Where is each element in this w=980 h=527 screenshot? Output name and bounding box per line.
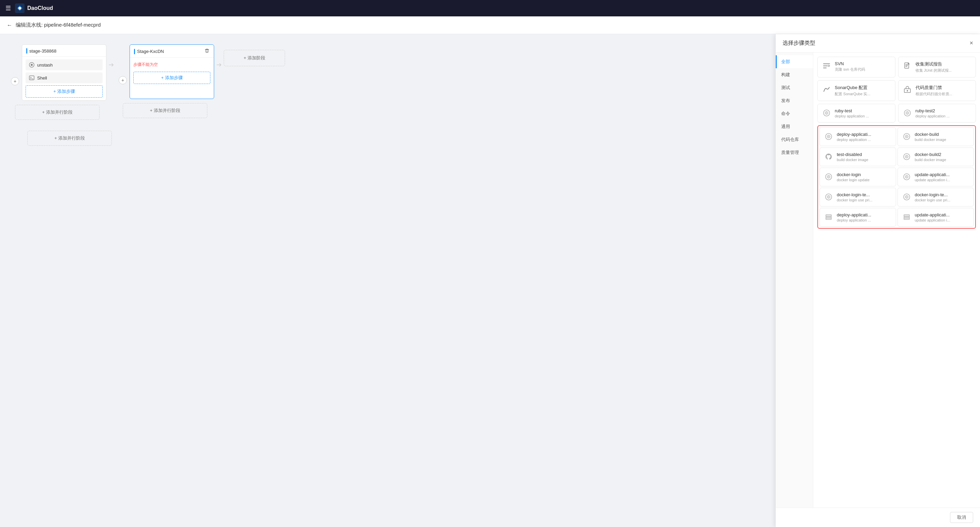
app-name: DaoCloud	[27, 5, 53, 11]
step-type-docker-login-te2[interactable]: docker-login-te... docker login use pri.…	[897, 188, 974, 206]
step-type-docker-login-te1-info: docker-login-te... docker login use pri.…	[837, 192, 892, 202]
step-type-update-app-stack-info: update-applicati... update application i…	[915, 212, 970, 222]
step-type-quality-gate-info: 代码质量门禁 根据代码扫描分析质...	[916, 85, 972, 97]
svg-rect-37	[826, 215, 831, 216]
step-type-docker-build2-info: docker-build2 build docker image	[915, 152, 970, 162]
nav-item-test[interactable]: 测试	[776, 81, 813, 94]
nav-item-quality[interactable]: 质量管理	[776, 146, 813, 159]
step-types-top-grid: SVN 克隆 svn 仓库代码 收集测试报告 收集 JUnit 的测试报...	[817, 57, 976, 123]
right-panel: 选择步骤类型 × 全部 构建 测试 发布 命令 通用 代码仓库 质量管理	[775, 34, 980, 527]
step-type-update-app-name: update-applicati...	[915, 172, 970, 177]
add-parallel-stage2-button[interactable]: + 添加并行阶段	[123, 103, 207, 118]
step-type-docker-login-name: docker-login	[837, 172, 892, 177]
nav-item-general[interactable]: 通用	[776, 120, 813, 133]
add-step-button-stage1[interactable]: + 添加步骤	[25, 85, 103, 97]
step-type-collect-report-desc: 收集 JUnit 的测试报...	[916, 68, 972, 73]
step-type-ruby-test-info: ruby-test deploy application ...	[835, 108, 891, 118]
stage-card-1: stage-358868 unstash	[22, 45, 107, 101]
add-parallel-stage1-button[interactable]: + 添加并行阶段	[15, 105, 100, 120]
stage-header-1: stage-358868	[22, 45, 106, 57]
step-type-docker-build-desc: build docker image	[915, 137, 970, 142]
cancel-button[interactable]: 取消	[950, 512, 973, 523]
step-type-ruby-test2[interactable]: ruby-test2 deploy application ...	[898, 104, 976, 123]
stage-body-1: unstash Shell + 添加步骤	[22, 57, 106, 101]
step-type-docker-login-desc: docker login update	[837, 178, 892, 182]
docker-login-te1-icon	[824, 192, 834, 202]
back-button[interactable]: ←	[7, 22, 12, 28]
step-type-docker-build2[interactable]: docker-build2 build docker image	[897, 147, 974, 166]
step-type-ruby-test2-desc: deploy application ...	[916, 114, 972, 118]
svn-icon	[822, 61, 831, 71]
nav-item-command[interactable]: 命令	[776, 107, 813, 120]
docker-build2-icon	[902, 152, 912, 161]
step-type-deploy-app-stack[interactable]: deploy-applicati... deploy application .…	[819, 208, 896, 227]
svg-point-7	[907, 90, 908, 91]
step-item-unstash[interactable]: unstash	[25, 59, 103, 70]
step-type-collect-report[interactable]: 收集测试报告 收集 JUnit 的测试报...	[898, 57, 976, 77]
add-stage-button[interactable]: + 添加阶段	[224, 50, 285, 66]
svg-point-1	[18, 7, 21, 10]
step-type-docker-login-te1-desc: docker login use pri...	[837, 198, 892, 202]
svg-rect-38	[904, 218, 909, 219]
step-type-sonarqube-info: SonarQube 配置 配置 SonarQube 实...	[835, 85, 891, 97]
step-type-test-disabled-info: test-disabled build docker image	[837, 152, 892, 162]
svg-point-3	[31, 64, 33, 66]
step-type-update-app-stack-name: update-applicati...	[915, 212, 970, 217]
stage-title-2: Stage-KxcDN	[137, 49, 164, 54]
step-type-docker-login-te2-desc: docker login use pri...	[915, 198, 970, 202]
step-type-update-app-info: update-applicati... update application i…	[915, 172, 970, 182]
page-title: 编辑流水线: pipeline-6f48efef-mecprd	[16, 22, 100, 28]
step-type-ruby-test[interactable]: ruby-test deploy application ...	[817, 104, 896, 123]
logo-icon	[15, 3, 25, 13]
svg-rect-39	[904, 216, 909, 218]
add-parallel-row-button[interactable]: + 添加并行阶段	[27, 131, 112, 146]
step-type-sonarqube-name: SonarQube 配置	[835, 85, 891, 91]
github-icon	[824, 152, 834, 161]
step-type-deploy-app-desc: deploy application ...	[837, 137, 892, 142]
panel-close-button[interactable]: ×	[969, 40, 973, 47]
step-type-test-disabled[interactable]: test-disabled build docker image	[819, 147, 896, 166]
sonar-icon	[822, 85, 831, 94]
nav-item-deploy[interactable]: 发布	[776, 94, 813, 107]
step-type-docker-login[interactable]: docker-login docker login update	[819, 168, 896, 186]
step-type-docker-login-te1[interactable]: docker-login-te... docker login use pri.…	[819, 188, 896, 206]
step-type-update-app-stack-desc: update application i...	[915, 218, 970, 222]
step-type-docker-build[interactable]: docker-build build docker image	[897, 127, 974, 146]
step-type-svn-info: SVN 克隆 svn 仓库代码	[835, 61, 891, 72]
step-type-svn-name: SVN	[835, 61, 891, 66]
step-item-shell[interactable]: Shell	[25, 72, 103, 83]
logo: DaoCloud	[15, 3, 53, 13]
step-type-docker-build2-name: docker-build2	[915, 152, 970, 157]
step-type-ruby-test2-info: ruby-test2 deploy application ...	[916, 108, 972, 118]
menu-icon[interactable]: ☰	[5, 5, 11, 12]
step-type-deploy-app[interactable]: deploy-applicati... deploy application .…	[819, 127, 896, 146]
step-type-sonarqube[interactable]: SonarQube 配置 配置 SonarQube 实...	[817, 80, 896, 101]
step-type-docker-build-name: docker-build	[915, 132, 970, 137]
add-before-stage2-button[interactable]: +	[119, 76, 127, 84]
delete-stage2-button[interactable]	[204, 48, 210, 54]
add-before-stage1-button[interactable]: +	[11, 77, 19, 85]
docker-login-te2-icon	[902, 192, 912, 202]
stage-card-2: Stage-KxcDN 步骤不能为空 + 添加步骤	[130, 45, 214, 99]
update-app-icon	[902, 172, 912, 182]
panel-header: 选择步骤类型 ×	[776, 34, 980, 53]
stage-title-1: stage-358868	[29, 48, 57, 54]
step-type-svn-desc: 克隆 svn 仓库代码	[835, 67, 891, 72]
svg-rect-36	[826, 216, 831, 218]
step-type-collect-report-name: 收集测试报告	[916, 61, 972, 67]
nav-item-all[interactable]: 全部	[776, 55, 813, 68]
step-type-quality-gate[interactable]: 代码质量门禁 根据代码扫描分析质...	[898, 80, 976, 101]
add-step-button-stage2[interactable]: + 添加步骤	[133, 72, 210, 84]
step-type-update-app[interactable]: update-applicati... update application i…	[897, 168, 974, 186]
panel-nav: 全部 构建 测试 发布 命令 通用 代码仓库 质量管理	[776, 53, 813, 508]
step-type-test-disabled-name: test-disabled	[837, 152, 892, 157]
step-type-update-app-stack[interactable]: update-applicati... update application i…	[897, 208, 974, 227]
navbar: ☰ DaoCloud	[0, 0, 980, 16]
nav-item-code-repo[interactable]: 代码仓库	[776, 133, 813, 146]
step-type-svn[interactable]: SVN 克隆 svn 仓库代码	[817, 57, 896, 77]
step-type-ruby-test-name: ruby-test	[835, 108, 891, 113]
step-type-quality-gate-desc: 根据代码扫描分析质...	[916, 91, 972, 97]
connector-2	[214, 45, 224, 68]
stage-error-2: 步骤不能为空	[133, 61, 210, 70]
nav-item-build[interactable]: 构建	[776, 68, 813, 81]
